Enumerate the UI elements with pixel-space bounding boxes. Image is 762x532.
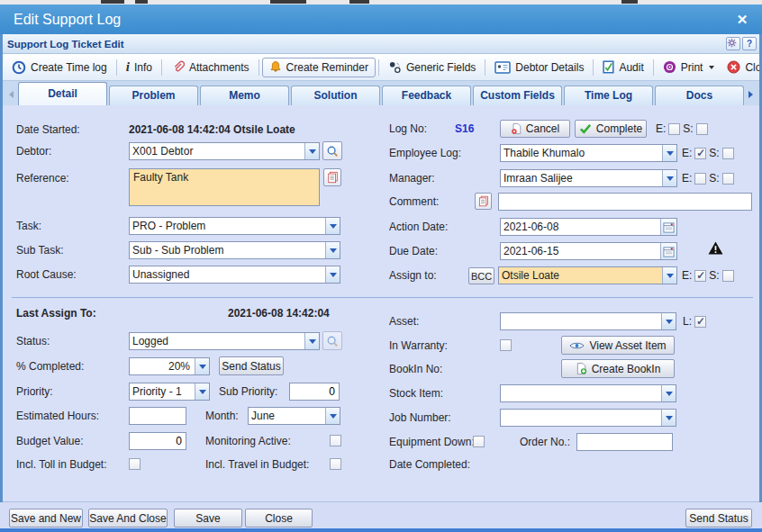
create-bookin-button[interactable]: Create BookIn (561, 359, 675, 378)
save-button[interactable]: Save (174, 509, 242, 527)
employee-e-label: E: (682, 147, 692, 159)
priority-dropdown-icon[interactable] (195, 383, 209, 400)
due-date-calendar-icon[interactable] (660, 243, 676, 259)
action-date-calendar-icon[interactable] (660, 219, 676, 235)
attachments-button[interactable]: Attachments (165, 58, 256, 77)
monitoring-active-checkbox[interactable] (330, 435, 341, 446)
tab-time-log[interactable]: Time Log (564, 86, 653, 105)
log-e-label: E: (656, 122, 666, 135)
tab-docs[interactable]: Docs (655, 86, 744, 105)
close-button[interactable]: Close (721, 58, 762, 77)
incl-toll-checkbox[interactable] (129, 458, 141, 470)
month-dropdown-icon[interactable] (325, 408, 340, 424)
asset-combo[interactable] (500, 312, 676, 330)
window-close-icon[interactable]: ✕ (733, 11, 751, 29)
create-reminder-button[interactable]: Create Reminder (262, 58, 376, 77)
debtor-dropdown-icon[interactable] (304, 143, 319, 159)
log-s-label: S: (683, 122, 693, 135)
priority-label: Priority: (16, 383, 53, 401)
job-number-dropdown-icon[interactable] (661, 410, 676, 426)
tab-scroll-left-icon[interactable] (5, 85, 17, 104)
print-button[interactable]: Print (657, 58, 721, 77)
cancel-log-button[interactable]: Cancel (500, 120, 570, 138)
manager-combo[interactable]: Imraan Salijee (500, 169, 677, 187)
complete-log-button[interactable]: Complete (575, 120, 647, 138)
send-status-button[interactable]: Send Status (219, 356, 284, 375)
sub-task-combo[interactable]: Sub - Sub Problem (129, 241, 340, 259)
print-icon (663, 60, 676, 74)
status-search-button[interactable] (322, 331, 342, 350)
sub-task-dropdown-icon[interactable] (325, 242, 340, 258)
month-combo[interactable]: June (248, 407, 340, 425)
log-s-checkbox[interactable] (696, 123, 708, 135)
tab-problem[interactable]: Problem (109, 86, 198, 105)
asset-dropdown-icon[interactable] (661, 313, 676, 329)
task-combo[interactable]: PRO - Problem (129, 217, 340, 235)
order-no-input[interactable] (576, 433, 673, 451)
pct-completed-combo[interactable]: 20% (129, 357, 210, 375)
info-button[interactable]: i Info (120, 58, 159, 77)
asset-l-checkbox[interactable] (694, 316, 706, 328)
pct-completed-dropdown-icon[interactable] (195, 358, 209, 374)
priority-combo[interactable]: Priority - 1 (129, 383, 210, 401)
assign-to-combo[interactable]: Otsile Loate (498, 266, 677, 284)
status-dropdown-icon[interactable] (304, 333, 319, 349)
debtor-combo[interactable]: X001 Debtor (129, 142, 320, 160)
incl-travel-checkbox[interactable] (330, 458, 341, 470)
in-warranty-checkbox[interactable] (500, 339, 512, 351)
create-time-log-button[interactable]: Create Time log (5, 58, 113, 77)
assign-s-checkbox[interactable] (722, 270, 734, 282)
root-cause-dropdown-icon[interactable] (325, 266, 340, 283)
status-combo[interactable]: Logged (129, 332, 320, 350)
audit-button[interactable]: Audit (596, 58, 649, 77)
save-and-new-button[interactable]: Save and New (9, 509, 83, 527)
copy-document-icon (327, 171, 339, 184)
employee-e-checkbox[interactable] (694, 148, 706, 159)
assign-to-label: Assign to: (389, 266, 437, 284)
tab-memo[interactable]: Memo (200, 86, 289, 105)
close-footer-button[interactable]: Close (245, 509, 313, 527)
reference-copy-button[interactable] (323, 168, 341, 186)
manager-e-checkbox[interactable] (694, 173, 706, 185)
action-date-field[interactable]: 2021-06-08 (500, 218, 677, 236)
log-e-checkbox[interactable] (668, 123, 680, 135)
save-and-close-button[interactable]: Save And Close (88, 509, 168, 527)
comment-copy-button[interactable] (475, 193, 492, 210)
task-dropdown-icon[interactable] (325, 218, 340, 234)
assign-to-dropdown-icon[interactable] (662, 267, 676, 284)
job-number-combo[interactable] (500, 409, 676, 427)
employee-s-checkbox[interactable] (722, 148, 734, 159)
manager-s-checkbox[interactable] (722, 173, 734, 185)
budget-value-input[interactable] (129, 432, 186, 450)
root-cause-combo[interactable]: Unassigned (129, 266, 340, 284)
reference-textarea[interactable]: Faulty Tank (129, 168, 320, 206)
debtor-search-button[interactable] (322, 141, 342, 160)
estimated-hours-input[interactable] (129, 407, 186, 425)
equipment-down-checkbox[interactable] (473, 436, 485, 447)
action-date-label: Action Date: (389, 218, 448, 236)
employee-log-label: Employee Log: (389, 144, 461, 162)
employee-log-dropdown-icon[interactable] (662, 145, 676, 161)
employee-log-combo[interactable]: Thabile Khumalo (500, 144, 677, 162)
debtor-details-button[interactable]: Debtor Details (488, 58, 590, 77)
help-button[interactable]: ? (742, 37, 757, 50)
manager-dropdown-icon[interactable] (662, 170, 676, 186)
assign-e-checkbox[interactable] (694, 270, 706, 282)
stock-item-dropdown-icon[interactable] (661, 385, 676, 401)
send-status-footer-button[interactable]: Send Status (685, 509, 752, 527)
bcc-button[interactable]: BCC (468, 267, 494, 284)
tab-scroll-right-icon[interactable] (745, 85, 757, 104)
tab-detail[interactable]: Detail (18, 82, 107, 105)
reference-label: Reference: (16, 169, 69, 187)
tab-solution[interactable]: Solution (291, 86, 380, 105)
stock-item-combo[interactable] (500, 384, 676, 402)
comment-input[interactable] (498, 193, 752, 211)
settings-button[interactable] (726, 37, 740, 50)
view-asset-item-button[interactable]: View Asset Item (561, 336, 675, 355)
tab-feedback[interactable]: Feedback (382, 86, 471, 105)
due-date-field[interactable]: 2021-06-15 (500, 242, 677, 260)
tab-custom-fields[interactable]: Custom Fields (473, 86, 562, 105)
equipment-down-label: Equipment Down: (389, 433, 475, 451)
sub-priority-input[interactable] (289, 383, 340, 401)
generic-fields-button[interactable]: Generic Fields (382, 58, 482, 77)
